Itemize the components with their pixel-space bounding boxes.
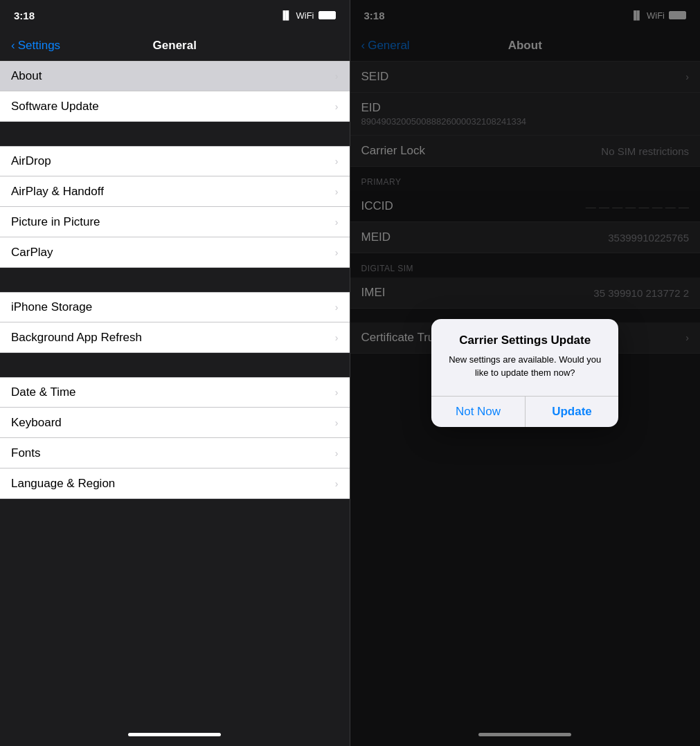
modal-overlay: Carrier Settings Update New settings are… bbox=[350, 0, 701, 746]
modal-not-now-button[interactable]: Not Now bbox=[431, 397, 525, 427]
back-label-left: Settings bbox=[18, 39, 60, 53]
battery-icon-left bbox=[318, 11, 336, 19]
signal-icon-left: ▐▌ bbox=[280, 10, 291, 20]
chevron-icon: › bbox=[335, 332, 339, 343]
status-time-left: 3:18 bbox=[14, 10, 35, 21]
modal-title: Carrier Settings Update bbox=[442, 333, 607, 348]
chevron-left-icon: ‹ bbox=[11, 39, 15, 53]
modal-buttons: Not Now Update bbox=[431, 396, 618, 427]
modal-message: New settings are available. Would you li… bbox=[442, 354, 607, 379]
chevron-icon: › bbox=[335, 302, 339, 313]
settings-item-language-region[interactable]: Language & Region › bbox=[0, 468, 350, 499]
chevron-icon: › bbox=[335, 478, 339, 489]
settings-item-about[interactable]: About › bbox=[0, 61, 350, 91]
nav-title-left: General bbox=[153, 39, 197, 53]
settings-item-carplay[interactable]: CarPlay › bbox=[0, 237, 350, 268]
modal-dialog: Carrier Settings Update New settings are… bbox=[431, 319, 618, 426]
settings-item-airdrop[interactable]: AirDrop › bbox=[0, 146, 350, 176]
chevron-icon: › bbox=[335, 448, 339, 459]
settings-item-airplay-handoff[interactable]: AirPlay & Handoff › bbox=[0, 176, 350, 207]
settings-item-label: Language & Region bbox=[11, 477, 115, 491]
chevron-icon: › bbox=[335, 217, 339, 228]
home-bar-left bbox=[128, 733, 221, 736]
settings-item-label: Keyboard bbox=[11, 416, 62, 430]
right-panel: 3:18 ▐▌ WiFi ‹ General About SEID › EID … bbox=[350, 0, 701, 746]
section-group-1: About › Software Update › bbox=[0, 61, 350, 122]
section-gap-4 bbox=[0, 499, 350, 523]
settings-item-picture-in-picture[interactable]: Picture in Picture › bbox=[0, 207, 350, 237]
back-button-left[interactable]: ‹ Settings bbox=[11, 39, 60, 53]
chevron-icon: › bbox=[335, 186, 339, 197]
section-gap-1 bbox=[0, 122, 350, 146]
section-gap-2 bbox=[0, 268, 350, 292]
settings-item-label: Fonts bbox=[11, 446, 41, 460]
settings-item-label: Background App Refresh bbox=[11, 331, 142, 345]
chevron-icon: › bbox=[335, 156, 339, 167]
settings-list: About › Software Update › AirDrop › AirP… bbox=[0, 61, 350, 722]
settings-item-label: Software Update bbox=[11, 100, 99, 113]
modal-content: Carrier Settings Update New settings are… bbox=[431, 319, 618, 395]
settings-item-date-time[interactable]: Date & Time › bbox=[0, 377, 350, 408]
modal-update-button[interactable]: Update bbox=[525, 397, 619, 427]
section-group-2: AirDrop › AirPlay & Handoff › Picture in… bbox=[0, 146, 350, 268]
settings-item-label: Picture in Picture bbox=[11, 215, 100, 229]
section-gap-3 bbox=[0, 353, 350, 377]
section-group-3: iPhone Storage › Background App Refresh … bbox=[0, 292, 350, 353]
settings-item-label: iPhone Storage bbox=[11, 300, 92, 314]
settings-item-software-update[interactable]: Software Update › bbox=[0, 91, 350, 122]
settings-item-label: About bbox=[11, 69, 42, 83]
nav-bar-left: ‹ Settings General bbox=[0, 30, 350, 61]
settings-item-label: AirDrop bbox=[11, 154, 51, 168]
wifi-icon-left: WiFi bbox=[296, 10, 314, 21]
chevron-icon: › bbox=[335, 387, 339, 398]
settings-item-label: CarPlay bbox=[11, 246, 53, 260]
settings-item-label: AirPlay & Handoff bbox=[11, 185, 104, 199]
chevron-icon: › bbox=[335, 71, 339, 82]
left-panel: 3:18 ▐▌ WiFi ‹ Settings General About › … bbox=[0, 0, 350, 746]
settings-item-fonts[interactable]: Fonts › bbox=[0, 438, 350, 468]
chevron-icon: › bbox=[335, 417, 339, 428]
settings-item-background-app-refresh[interactable]: Background App Refresh › bbox=[0, 322, 350, 353]
chevron-icon: › bbox=[335, 101, 339, 112]
status-icons-left: ▐▌ WiFi bbox=[280, 10, 335, 21]
settings-item-label: Date & Time bbox=[11, 385, 76, 399]
status-bar-left: 3:18 ▐▌ WiFi bbox=[0, 0, 350, 30]
chevron-icon: › bbox=[335, 247, 339, 258]
section-group-4: Date & Time › Keyboard › Fonts › Languag… bbox=[0, 377, 350, 499]
settings-item-iphone-storage[interactable]: iPhone Storage › bbox=[0, 292, 350, 322]
settings-item-keyboard[interactable]: Keyboard › bbox=[0, 408, 350, 438]
home-indicator-left bbox=[0, 722, 350, 746]
